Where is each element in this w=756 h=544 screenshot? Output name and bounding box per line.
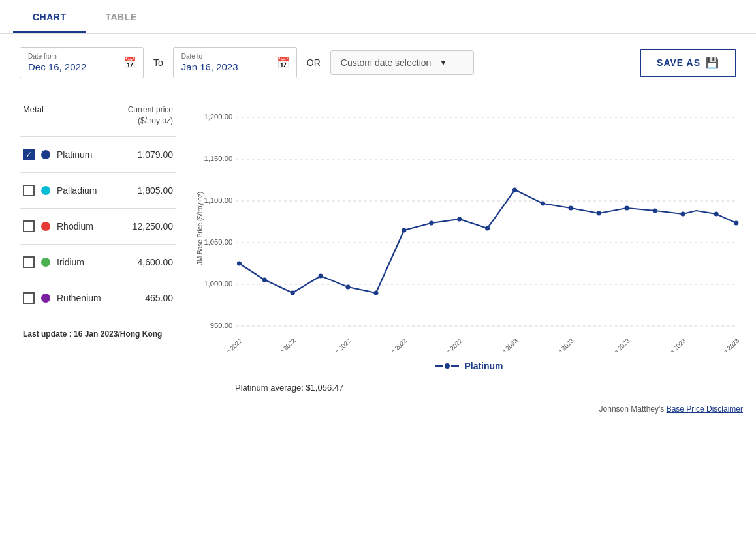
right-panel: .grid-line { stroke: #ccc; stroke-width:… bbox=[189, 98, 756, 427]
svg-text:12 Jan 2023: 12 Jan 2023 bbox=[657, 337, 687, 352]
date-to-field[interactable]: Date to Jan 16, 2023 📅 bbox=[173, 47, 297, 78]
chart-area: .grid-line { stroke: #ccc; stroke-width:… bbox=[196, 104, 743, 354]
date-from-label: Date from bbox=[28, 53, 135, 60]
dot-rhodium bbox=[41, 222, 50, 231]
svg-text:1,150.00: 1,150.00 bbox=[204, 155, 232, 162]
svg-point-21 bbox=[457, 217, 462, 222]
svg-text:10 Jan 2023: 10 Jan 2023 bbox=[601, 337, 631, 352]
save-label: SAVE AS bbox=[657, 57, 701, 68]
left-panel: Metal Current price($/troy oz) Platinum1… bbox=[0, 98, 189, 427]
metal-row-ruthenium: Ruthenium465.00 bbox=[20, 280, 176, 316]
date-to-value: Jan 16, 2023 bbox=[181, 61, 289, 72]
metal-name-iridium: Iridium bbox=[57, 257, 138, 267]
price-chart: .grid-line { stroke: #ccc; stroke-width:… bbox=[196, 104, 743, 352]
col-metal-header: Metal bbox=[23, 104, 44, 114]
metal-price-iridium: 4,600.00 bbox=[138, 257, 174, 267]
svg-point-24 bbox=[541, 202, 545, 206]
metal-price-palladium: 1,805.00 bbox=[138, 185, 174, 196]
svg-text:1,000.00: 1,000.00 bbox=[204, 280, 232, 288]
metal-row-platinum: Platinum1,079.00 bbox=[20, 137, 176, 173]
date-from-field[interactable]: Date from Dec 16, 2022 📅 bbox=[20, 47, 144, 78]
dot-platinum bbox=[41, 150, 50, 159]
svg-text:4 Jan 2023: 4 Jan 2023 bbox=[492, 337, 519, 352]
svg-text:JM Base Price ($/troy oz): JM Base Price ($/troy oz) bbox=[197, 192, 204, 265]
checkbox-platinum[interactable] bbox=[23, 149, 35, 160]
svg-point-14 bbox=[262, 278, 267, 282]
svg-point-25 bbox=[569, 206, 573, 211]
svg-point-18 bbox=[373, 291, 378, 295]
tab-table[interactable]: TABLE bbox=[86, 0, 157, 33]
checkbox-palladium[interactable] bbox=[23, 185, 35, 196]
checkbox-ruthenium[interactable] bbox=[23, 292, 35, 304]
controls-bar: Date from Dec 16, 2022 📅 To Date to Jan … bbox=[0, 34, 756, 91]
chart-legend: Platinum bbox=[196, 354, 743, 378]
disclaimer: Johnson Matthey's Base Price Disclaimer bbox=[196, 398, 743, 420]
disclaimer-link[interactable]: Base Price Disclaimer bbox=[667, 404, 743, 414]
svg-point-17 bbox=[345, 285, 350, 290]
svg-point-29 bbox=[680, 212, 685, 217]
tabs-bar: CHART TABLE bbox=[0, 0, 756, 34]
legend-label: Platinum bbox=[464, 361, 503, 371]
svg-point-22 bbox=[485, 226, 490, 231]
chart-average: Platinum average: $1,056.47 bbox=[196, 378, 743, 398]
to-separator: To bbox=[153, 57, 163, 68]
checkbox-rhodium[interactable] bbox=[23, 220, 35, 232]
metal-row-iridium: Iridium4,600.00 bbox=[20, 245, 176, 280]
svg-point-20 bbox=[429, 221, 433, 226]
svg-point-27 bbox=[625, 206, 629, 211]
or-separator: OR bbox=[307, 57, 321, 68]
chevron-down-icon: ▼ bbox=[439, 58, 447, 67]
date-to-label: Date to bbox=[181, 53, 289, 60]
svg-point-19 bbox=[402, 228, 406, 233]
main-content: Metal Current price($/troy oz) Platinum1… bbox=[0, 91, 756, 433]
metals-rows: Platinum1,079.00Palladium1,805.00Rhodium… bbox=[20, 137, 176, 316]
svg-text:28 Dec 2022: 28 Dec 2022 bbox=[378, 337, 409, 352]
svg-point-13 bbox=[237, 262, 242, 266]
dot-palladium bbox=[41, 186, 50, 195]
svg-text:16 Jan 2023: 16 Jan 2023 bbox=[711, 337, 741, 352]
app-container: CHART TABLE Date from Dec 16, 2022 📅 To … bbox=[0, 0, 756, 544]
last-update-value: 16 Jan 2023/Hong Kong bbox=[74, 329, 162, 339]
metal-price-rhodium: 12,250.00 bbox=[133, 221, 173, 232]
calendar-from-icon[interactable]: 📅 bbox=[123, 57, 136, 69]
svg-point-30 bbox=[714, 212, 719, 217]
calendar-to-icon[interactable]: 📅 bbox=[277, 57, 290, 69]
date-from-value: Dec 16, 2022 bbox=[28, 61, 135, 72]
svg-text:22 Dec 2022: 22 Dec 2022 bbox=[322, 337, 353, 352]
svg-text:1,050.00: 1,050.00 bbox=[204, 238, 232, 246]
metals-table-header: Metal Current price($/troy oz) bbox=[20, 98, 176, 137]
checkbox-iridium[interactable] bbox=[23, 256, 35, 268]
metal-row-rhodium: Rhodium12,250.00 bbox=[20, 209, 176, 245]
last-update: Last update : 16 Jan 2023/Hong Kong bbox=[20, 316, 176, 352]
svg-point-16 bbox=[319, 274, 323, 279]
svg-text:950.00: 950.00 bbox=[210, 322, 232, 329]
custom-date-label: Custom date selection bbox=[341, 57, 432, 68]
metal-name-ruthenium: Ruthenium bbox=[57, 293, 145, 303]
svg-text:1,100.00: 1,100.00 bbox=[204, 196, 232, 204]
svg-point-31 bbox=[734, 221, 738, 226]
svg-text:1,200.00: 1,200.00 bbox=[204, 113, 232, 121]
metal-row-palladium: Palladium1,805.00 bbox=[20, 173, 176, 209]
save-as-button[interactable]: SAVE AS 💾 bbox=[640, 49, 736, 77]
svg-point-23 bbox=[512, 188, 517, 192]
dot-iridium bbox=[41, 258, 50, 267]
col-price-header: Current price($/troy oz) bbox=[128, 104, 173, 127]
metal-price-platinum: 1,079.00 bbox=[138, 149, 174, 160]
save-icon: 💾 bbox=[706, 57, 719, 69]
svg-text:30 Dec 2022: 30 Dec 2022 bbox=[433, 337, 464, 352]
svg-point-26 bbox=[597, 211, 601, 216]
tab-chart[interactable]: CHART bbox=[13, 0, 86, 33]
custom-date-select[interactable]: Custom date selection ▼ bbox=[330, 50, 474, 75]
metal-price-ruthenium: 465.00 bbox=[145, 293, 173, 303]
svg-point-15 bbox=[291, 291, 295, 295]
metal-name-rhodium: Rhodium bbox=[57, 221, 133, 232]
svg-text:16 Dec 2022: 16 Dec 2022 bbox=[213, 337, 244, 352]
svg-point-28 bbox=[653, 209, 657, 213]
dot-ruthenium bbox=[41, 294, 50, 303]
svg-text:6 Jan 2023: 6 Jan 2023 bbox=[548, 337, 575, 352]
metal-name-palladium: Palladium bbox=[57, 185, 138, 196]
metal-name-platinum: Platinum bbox=[57, 149, 138, 160]
svg-text:20 Dec 2022: 20 Dec 2022 bbox=[266, 337, 297, 352]
